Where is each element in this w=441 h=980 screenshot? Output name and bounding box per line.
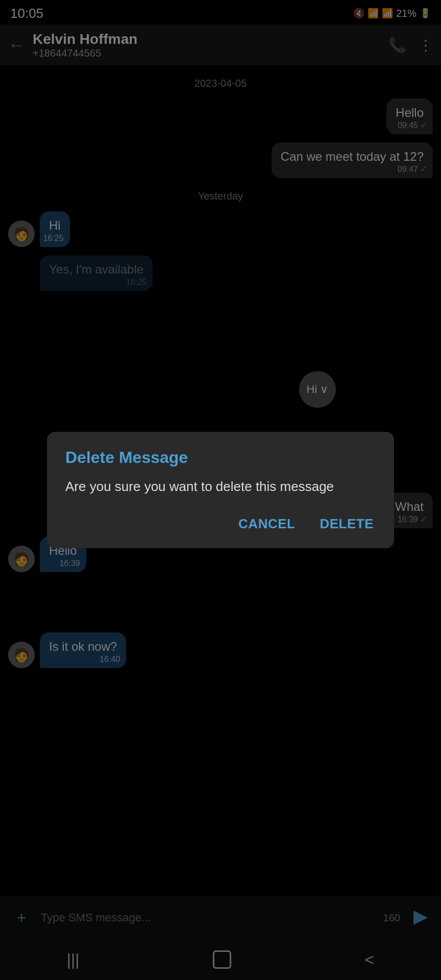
delete-message-dialog: Delete Message Are you sure you want to … bbox=[47, 432, 394, 548]
delete-button[interactable]: DELETE bbox=[317, 512, 376, 536]
dialog-overlay: Delete Message Are you sure you want to … bbox=[0, 0, 441, 980]
cancel-button[interactable]: CANCEL bbox=[236, 512, 297, 536]
dialog-body: Are you sure you want to delete this mes… bbox=[65, 477, 376, 496]
dialog-actions: CANCEL DELETE bbox=[65, 512, 376, 536]
dialog-title: Delete Message bbox=[65, 448, 376, 467]
